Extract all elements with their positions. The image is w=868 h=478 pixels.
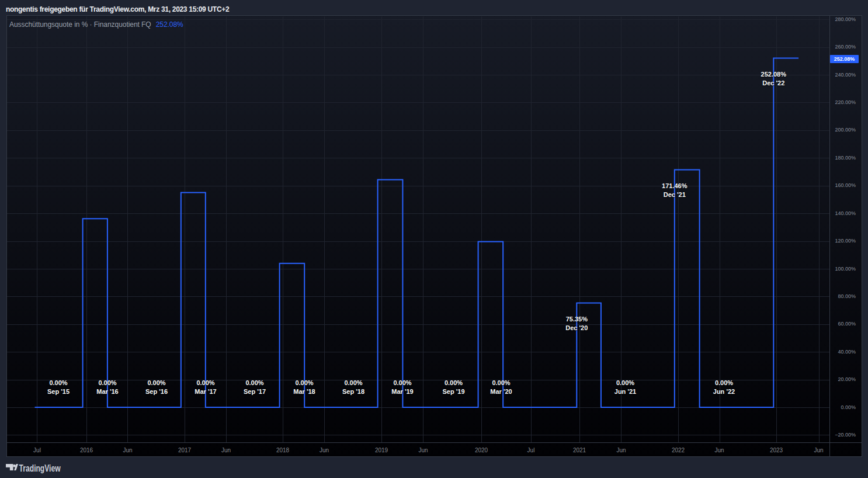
svg-text:TradingView: TradingView [19, 463, 61, 473]
